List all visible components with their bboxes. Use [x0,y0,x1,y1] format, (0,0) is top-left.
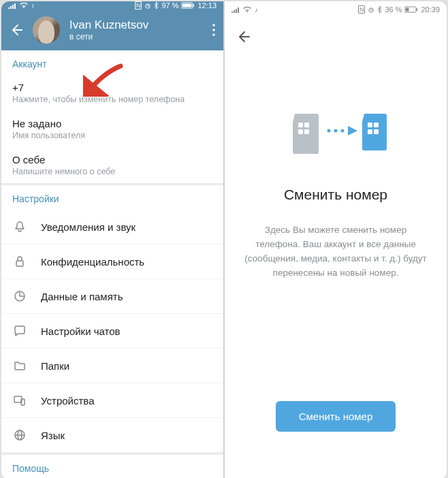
devices-icon [12,393,27,408]
svg-rect-19 [304,123,309,127]
svg-rect-21 [304,129,309,134]
list-item-label: Язык [41,430,65,441]
avatar[interactable] [33,16,60,44]
svg-rect-16 [417,8,418,11]
tiktok-icon: ♪ [255,6,258,14]
back-button[interactable] [236,29,251,44]
svg-rect-10 [21,399,25,405]
bio-value: О себе [12,154,212,165]
signal-icon [8,2,16,9]
svg-point-22 [327,129,331,133]
svg-rect-18 [298,123,303,127]
sim-illustration-icon [281,103,390,165]
battery-text: 97 % [161,1,178,10]
svg-point-4 [212,24,214,26]
phone-value: +7 [12,82,212,93]
nfc-icon: N [135,1,142,10]
phone-hint: Нажмите, чтобы изменить номер телефона [12,95,212,104]
profile-status: в сети [69,32,148,42]
svg-rect-28 [374,129,379,134]
statusbar-right: ♪ N 36 % 20:39 [225,1,447,18]
svg-rect-27 [368,129,372,134]
svg-rect-2 [182,4,192,7]
statusbar-left: ↕ N 97 % 12:13 [1,1,223,10]
list-item-label: Устройства [41,395,94,407]
svg-point-6 [212,33,214,35]
alarm-icon [368,6,374,13]
phone-row[interactable]: +7 Нажмите, чтобы изменить номер телефон… [1,75,223,111]
list-item-label: Данные и память [41,291,123,302]
svg-rect-26 [374,123,379,127]
time-text: 12:13 [197,1,217,10]
battery-icon [404,6,418,13]
main-content: Сменить номер Здесь Вы можете сменить но… [225,56,447,478]
signal-icon [231,6,240,13]
svg-point-5 [212,29,214,31]
svg-rect-25 [368,123,372,127]
change-number-button[interactable]: Сменить номер [276,401,396,432]
battery-icon [181,2,195,9]
username-hint: Имя пользователя [12,131,212,140]
folder-icon [12,358,27,373]
list-item-label: Уведомления и звук [41,221,135,233]
help-section: Помощь [1,455,223,478]
settings-row-privacy[interactable]: Конфиденциальность [1,244,223,279]
settings-section: Настройки [1,185,223,210]
profile-name: Ivan Kuznetsov [69,18,148,32]
settings-row-language[interactable]: Язык [1,418,223,453]
globe-icon [12,428,27,443]
bluetooth-icon [377,6,382,13]
data-icon [12,289,27,304]
volte-icon: ↕ [31,2,35,9]
bio-hint: Напишите немного о себе [12,167,212,176]
time-text: 20:39 [421,5,440,14]
nfc-icon: N [358,5,366,14]
svg-point-23 [334,129,338,133]
list-item-label: Настройки чатов [41,325,121,337]
svg-rect-17 [293,146,319,154]
account-section: Аккаунт [1,50,223,75]
svg-rect-15 [406,8,409,12]
change-number-screen: ♪ N 36 % 20:39 [225,1,447,478]
username-row[interactable]: Не задано Имя пользователя [1,111,223,147]
svg-point-24 [341,129,345,133]
bio-row[interactable]: О себе Напишите немного о себе [1,147,223,183]
settings-section-title: Настройки [12,193,212,204]
svg-rect-3 [193,4,195,7]
lock-icon [12,254,27,269]
settings-screen: ↕ N 97 % 12:13 [1,1,223,478]
settings-row-data[interactable]: Данные и память [1,279,223,314]
list-item-label: Папки [41,360,69,372]
settings-row-notifications[interactable]: Уведомления и звук [1,210,223,244]
battery-text: 36 % [385,5,402,14]
page-title: Сменить номер [284,187,387,203]
wifi-icon [242,6,252,13]
alarm-icon [144,2,151,9]
username-value: Не задано [12,118,212,129]
chat-icon [12,323,27,338]
help-section-title: Помощь [12,463,212,474]
settings-row-chat[interactable]: Настройки чатов [1,314,223,349]
page-description: Здесь Вы можете сменить номер телефона. … [244,223,428,281]
menu-button[interactable] [212,24,215,36]
list-item-label: Конфиденциальность [41,256,144,268]
svg-rect-20 [298,129,303,134]
settings-row-devices[interactable]: Устройства [1,383,223,418]
header [225,18,447,56]
account-section-title: Аккаунт [12,59,212,69]
settings-row-folders[interactable]: Папки [1,349,223,383]
wifi-icon [19,2,29,9]
back-button[interactable] [10,23,23,37]
svg-rect-7 [16,261,23,266]
profile-header: Ivan Kuznetsov в сети [1,10,223,50]
bell-icon [12,219,27,234]
bluetooth-icon [154,2,159,9]
